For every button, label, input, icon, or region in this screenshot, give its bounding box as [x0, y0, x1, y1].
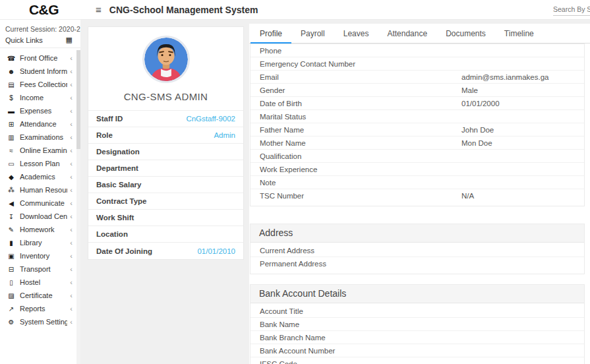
detail-row-tsc-number: TSC Number N/A — [251, 189, 584, 202]
sidebar-item-income[interactable]: $ Income ‹ — [0, 91, 80, 104]
sidebar-item-transport[interactable]: ⊟ Transport ‹ — [0, 262, 80, 276]
sidebar-item-reports[interactable]: ↗ Reports ‹ — [0, 302, 80, 315]
staff-detail-panel: Profile Payroll Leaves Attendance Docume… — [249, 24, 590, 364]
tab-leaves[interactable]: Leaves — [334, 24, 378, 44]
sidebar-item-communicate[interactable]: ◀ Communicate ‹ — [0, 197, 80, 210]
hamburger-menu-icon[interactable]: ≡ — [96, 4, 102, 15]
chevron-left-icon: ‹ — [70, 278, 73, 286]
sidebar-item-student-information[interactable]: ☻ Student Information ‹ — [0, 65, 80, 78]
sidebar-item-expenses[interactable]: ▬ Expenses ‹ — [0, 104, 80, 117]
sidebar-item-front-office[interactable]: ☎ Front Office ‹ — [0, 51, 80, 65]
detail-row-bank-name: Bank Name — [251, 318, 584, 331]
chevron-left-icon: ‹ — [70, 186, 73, 194]
card-row-contract-type: Contract Type — [88, 193, 243, 210]
sidebar-item-certificate[interactable]: ▨ Certificate ‹ — [0, 289, 80, 302]
chevron-left-icon: ‹ — [70, 54, 73, 62]
detail-row-father-name: Father Name John Doe — [251, 123, 584, 136]
expenses-icon: ▬ — [6, 107, 16, 115]
detail-row-phone: Phone — [251, 44, 584, 57]
sidebar-item-lesson-plan[interactable]: ▭ Lesson Plan ‹ — [0, 157, 80, 170]
staff-name: CNG-SMS ADMIN — [88, 86, 243, 111]
chevron-left-icon: ‹ — [70, 133, 73, 141]
sidebar-item-inventory[interactable]: ▣ Inventory ‹ — [0, 249, 80, 262]
sidebar-item-download-center[interactable]: ↧ Download Center ‹ — [0, 210, 80, 223]
detail-row-email: Email admin@sms.ianmakes.ga — [251, 71, 584, 84]
sidebar-item-examinations[interactable]: ▥ Examinations ‹ — [0, 131, 80, 144]
sidebar-item-homework[interactable]: ✎ Homework ‹ — [0, 223, 80, 236]
chevron-left-icon: ‹ — [70, 226, 73, 233]
detail-row-emergency-contact: Emergency Contact Number — [251, 57, 584, 71]
tab-timeline[interactable]: Timeline — [495, 24, 543, 44]
address-section: Address Current Address Permanent Addres… — [250, 224, 585, 274]
sidebar-item-fees-collection[interactable]: ▤ Fees Collection ‹ — [0, 78, 80, 91]
detail-row-mother-name: Mother Name Mon Doe — [251, 136, 584, 150]
student-information-icon: ☻ — [6, 68, 16, 75]
sidebar-item-hostel[interactable]: ▯ Hostel ‹ — [0, 276, 80, 289]
transport-icon: ⊟ — [6, 266, 16, 273]
chevron-left-icon: ‹ — [70, 94, 73, 102]
chevron-left-icon: ‹ — [70, 239, 73, 247]
chevron-left-icon: ‹ — [70, 252, 73, 260]
staff-avatar — [142, 36, 190, 83]
detail-row-permanent-address: Permanent Address — [251, 257, 584, 270]
date-of-joining-value: 01/01/2010 — [197, 247, 235, 255]
human-resource-icon: ⁂ — [6, 187, 16, 194]
chevron-left-icon: ‹ — [70, 212, 73, 220]
lesson-plan-icon: ▭ — [6, 160, 16, 167]
chevron-left-icon: ‹ — [70, 318, 73, 326]
attendance-icon: ⊞ — [6, 121, 16, 128]
sidebar-item-human-resource[interactable]: ⁂ Human Resource ‹ — [0, 183, 80, 197]
card-row-work-shift: Work Shift — [88, 210, 243, 226]
staff-summary-card: CNG-SMS ADMIN Staff ID CnGstaff-9002 Rol… — [88, 26, 244, 260]
sidebar-item-library[interactable]: ▮ Library ‹ — [0, 236, 80, 249]
sidebar-item-attendance[interactable]: ⊞ Attendance ‹ — [0, 117, 80, 131]
examinations-icon: ▥ — [6, 134, 16, 141]
sidebar-item-online-examinations[interactable]: ≈ Online Examinations ‹ — [0, 144, 80, 157]
bank-section-title: Bank Account Details — [251, 285, 584, 303]
chevron-left-icon: ‹ — [70, 146, 73, 154]
tab-payroll[interactable]: Payroll — [291, 24, 334, 44]
card-row-staff-id: Staff ID CnGstaff-9002 — [88, 111, 243, 127]
chevron-left-icon: ‹ — [70, 173, 73, 181]
top-header: C&G ≡ CNG-School Management System — [0, 0, 590, 20]
tab-profile[interactable]: Profile — [251, 24, 291, 44]
card-row-basic-salary: Basic Salary — [88, 177, 243, 193]
tab-documents[interactable]: Documents — [436, 24, 495, 44]
grid-icon[interactable]: ▦ — [66, 36, 73, 44]
detail-row-qualification: Qualification — [251, 150, 584, 163]
page-title: CNG-School Management System — [109, 5, 258, 15]
card-row-date-of-joining: Date Of Joining 01/01/2010 — [88, 243, 243, 259]
detail-row-work-experience: Work Experience — [251, 163, 584, 176]
sidebar-item-system-settings[interactable]: ⚙ System Settings ‹ — [0, 315, 80, 328]
role-value[interactable]: Admin — [214, 131, 235, 139]
hostel-icon: ▯ — [6, 279, 16, 286]
chevron-left-icon: ‹ — [70, 120, 73, 128]
detail-row-account-title: Account Title — [251, 305, 584, 318]
detail-row-bank-account-number: Bank Account Number — [251, 344, 584, 357]
quick-links[interactable]: Quick Links ▦ — [0, 34, 80, 48]
library-icon: ▮ — [6, 239, 16, 247]
search-input[interactable] — [553, 3, 590, 16]
quick-links-label: Quick Links — [5, 36, 43, 44]
chevron-left-icon: ‹ — [70, 160, 73, 167]
card-row-location: Location — [88, 226, 243, 243]
tab-panel-body: Phone Emergency Contact Number Email adm… — [249, 44, 590, 364]
sidebar-nav: ☎ Front Office ‹ ☻ Student Information ‹… — [0, 48, 80, 328]
chevron-left-icon: ‹ — [70, 291, 73, 299]
chevron-left-icon: ‹ — [70, 67, 73, 75]
homework-icon: ✎ — [6, 226, 16, 233]
staff-id-value[interactable]: CnGstaff-9002 — [186, 115, 235, 123]
sidebar-item-academics[interactable]: ◆ Academics ‹ — [0, 170, 80, 183]
detail-row-bank-branch-name: Bank Branch Name — [251, 331, 584, 344]
certificate-icon: ▨ — [6, 292, 16, 299]
card-row-designation: Designation — [88, 144, 243, 160]
chevron-left-icon: ‹ — [70, 80, 73, 88]
tab-bar: Profile Payroll Leaves Attendance Docume… — [249, 24, 590, 44]
tab-attendance[interactable]: Attendance — [378, 24, 436, 44]
detail-row-note: Note — [251, 176, 584, 189]
chevron-left-icon: ‹ — [70, 265, 73, 273]
card-row-role: Role Admin — [88, 127, 243, 144]
inventory-icon: ▣ — [6, 253, 16, 260]
chevron-left-icon: ‹ — [70, 199, 73, 207]
communicate-icon: ◀ — [6, 200, 16, 207]
